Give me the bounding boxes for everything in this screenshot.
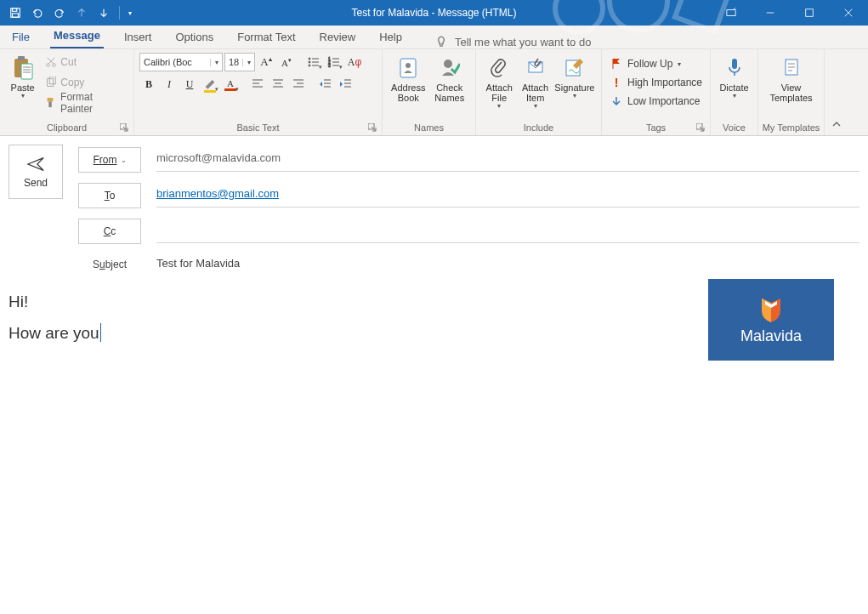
font-size-combo[interactable]: 18 ▾ [224,53,255,71]
check-names-button[interactable]: Check Names [429,53,471,103]
down-arrow-icon [610,95,622,107]
shrink-font-button[interactable]: A▾ [277,53,296,71]
to-field[interactable]: brianmentos@gmail.com [156,184,859,208]
copy-button: Copy [43,73,128,92]
attach-file-button[interactable]: Attach File ▾ [481,53,517,111]
svg-rect-5 [13,14,19,17]
tab-insert[interactable]: Insert [121,27,156,48]
ribbon-display-options-icon[interactable] [712,0,751,26]
check-names-icon [440,54,460,82]
redo-icon[interactable] [49,3,70,23]
next-item-icon[interactable] [94,3,114,23]
dictate-button[interactable]: Dictate ▾ [716,53,752,100]
svg-rect-8 [806,9,814,17]
low-importance-button[interactable]: Low Importance [607,92,703,111]
exclamation-icon: ! [610,76,622,89]
cc-field[interactable] [156,219,859,243]
to-value[interactable]: brianmentos@gmail.com [156,187,279,200]
qat-customize-icon[interactable]: ▾ [125,9,135,17]
from-field[interactable]: microsoft@malavida.com [156,148,859,172]
signature-button[interactable]: Signature ▾ [553,53,596,100]
address-book-button[interactable]: Address Book [388,53,429,103]
align-right-button[interactable] [289,75,308,94]
group-basic-text: Calibri (Boc ▾ 18 ▾ A▴ A▾ ▾ 123▾ Aφ B I … [134,49,383,135]
basic-text-launcher-icon[interactable] [368,122,378,133]
templates-icon [782,54,801,82]
italic-button[interactable]: I [160,75,179,94]
undo-icon[interactable] [27,3,48,23]
cc-button[interactable]: Cc [78,219,141,244]
svg-point-29 [309,61,310,63]
collapse-ribbon-icon[interactable] [825,49,848,135]
flag-icon [610,58,622,70]
paintbrush-icon [45,97,57,109]
chevron-down-icon: ▾ [210,59,222,66]
tab-message[interactable]: Message [50,26,104,48]
group-label-clipboard: Clipboard [0,121,133,135]
address-book-label: Address Book [391,82,425,103]
embedded-image-malavida[interactable]: Malavida [708,279,834,361]
format-painter-label: Format Painter [60,91,127,115]
decrease-indent-button[interactable] [316,75,335,94]
tab-file[interactable]: File [9,27,33,48]
high-importance-button[interactable]: ! High Importance [607,73,706,92]
from-label: From [94,154,117,166]
bold-button[interactable]: B [139,75,158,94]
microphone-icon [726,54,743,82]
subject-field[interactable]: Test for Malavida [156,253,859,276]
compose-header: Send From ⌄ microsoft@malavida.com To br… [0,136,868,277]
follow-up-button[interactable]: Follow Up ▾ [607,54,684,73]
group-label-voice: Voice [711,121,757,135]
svg-line-20 [49,58,55,64]
font-color-button[interactable]: A▾ [221,75,240,94]
minimize-icon[interactable] [751,0,790,26]
highlight-button[interactable]: ▾ [201,75,219,94]
tab-help[interactable]: Help [376,27,406,48]
underline-button[interactable]: U [180,75,199,94]
tab-options[interactable]: Options [172,27,217,48]
paste-button[interactable]: Paste ▾ [5,53,40,100]
attach-item-button[interactable]: Attach Item ▾ [517,53,553,111]
svg-point-31 [309,65,310,66]
svg-rect-25 [49,101,52,107]
scissors-icon [45,56,57,68]
tab-review[interactable]: Review [316,27,360,48]
font-name-combo[interactable]: Calibri (Boc ▾ [139,53,223,71]
bullets-button[interactable]: ▾ [304,53,323,71]
group-voice: Dictate ▾ Voice [711,49,758,135]
titlebar: ▾ Test for Malavida - Message (HTML) [0,0,868,26]
save-icon[interactable] [5,3,26,23]
message-body[interactable]: Hi! How are you Malavida [0,277,868,600]
send-button[interactable]: Send [9,145,63,199]
numbering-button[interactable]: 123▾ [325,53,343,71]
increase-indent-button[interactable] [337,75,355,94]
tab-format-text[interactable]: Format Text [234,27,298,48]
group-label-templates: My Templates [758,121,824,135]
grow-font-button[interactable]: A▴ [257,53,275,71]
align-left-button[interactable] [248,75,267,94]
quick-access-toolbar: ▾ [0,0,135,26]
qat-separator [119,6,120,20]
svg-rect-4 [13,9,17,12]
close-icon[interactable] [829,0,868,26]
font-size-value: 18 [225,57,242,67]
lightbulb-icon [434,35,448,48]
group-label-include: Include [476,121,601,135]
follow-up-label: Follow Up [627,58,672,70]
clear-formatting-button[interactable]: Aφ [345,53,364,71]
format-painter-button[interactable]: Format Painter [43,94,128,112]
tags-launcher-icon[interactable] [696,122,706,133]
from-button[interactable]: From ⌄ [78,147,141,173]
svg-rect-6 [727,10,735,16]
clipboard-launcher-icon[interactable] [120,122,130,133]
view-templates-button[interactable]: View Templates [764,53,819,103]
maximize-icon[interactable] [790,0,829,26]
attach-file-label: Attach File [486,82,513,103]
copy-label: Copy [60,77,84,88]
svg-text:3: 3 [328,63,331,68]
subject-value: Test for Malavida [156,257,240,270]
svg-point-57 [444,60,452,68]
align-center-button[interactable] [269,75,287,94]
tell-me[interactable]: Tell me what you want to do [434,35,591,48]
to-button[interactable]: To [78,183,141,208]
